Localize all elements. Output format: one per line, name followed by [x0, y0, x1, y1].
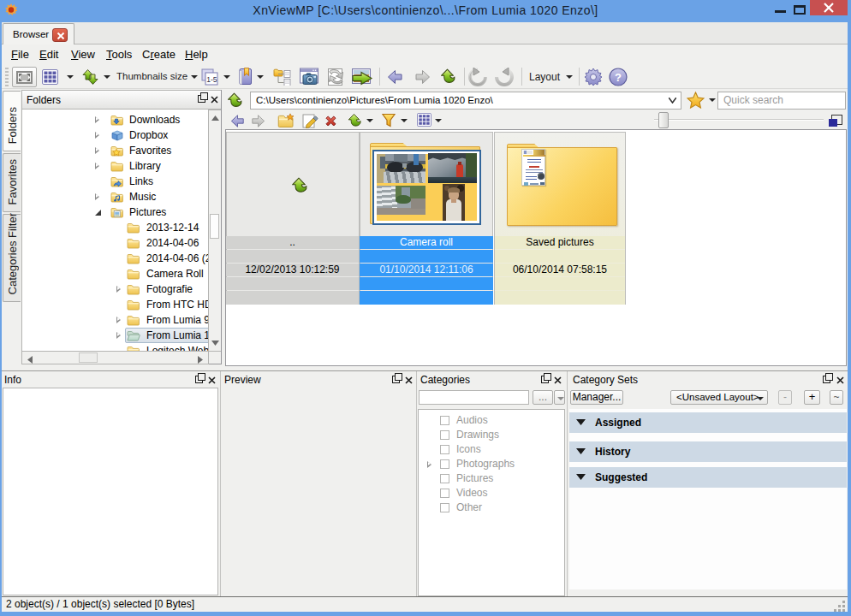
svg-text:?: ? [615, 71, 622, 84]
svg-text:1-5: 1-5 [206, 75, 217, 84]
